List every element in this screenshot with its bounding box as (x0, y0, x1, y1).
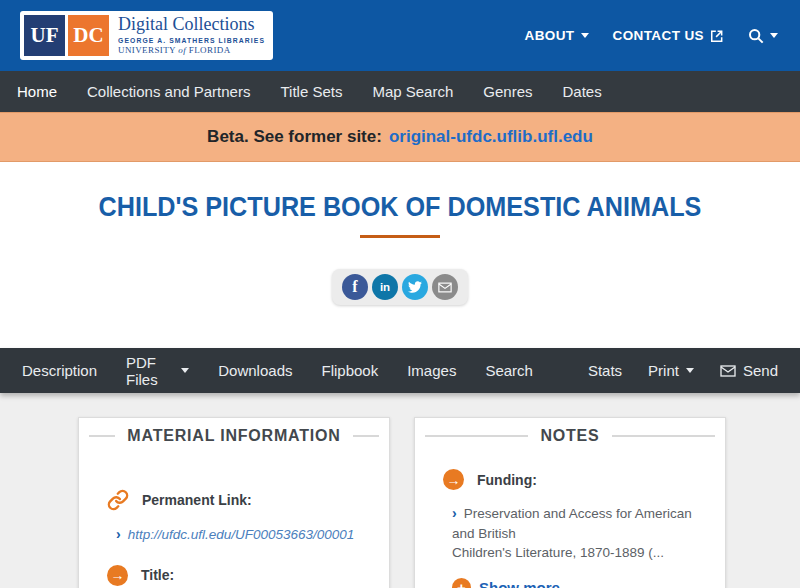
permanent-link-field: Permanent Link: (107, 489, 371, 511)
print-label: Print (648, 362, 679, 379)
email-share-button[interactable] (432, 274, 458, 300)
about-label: ABOUT (525, 28, 575, 43)
twitter-icon (408, 280, 422, 294)
material-information-header: MATERIAL INFORMATION (79, 418, 389, 445)
dc-logo-tile: DC (68, 15, 109, 56)
funding-value-row: Preservation and Access for American and… (452, 503, 707, 543)
uf-logo-tile: UF (24, 15, 65, 56)
send-label: Send (743, 362, 778, 379)
title-section: CHILD'S PICTURE BOOK OF DOMESTIC ANIMALS… (0, 162, 800, 348)
toolbar-pdf-files[interactable]: PDF Files (126, 354, 189, 388)
chevron-down-icon (181, 368, 189, 373)
share-pill: f in (332, 269, 468, 305)
search-menu[interactable] (748, 28, 778, 44)
material-information-card: MATERIAL INFORMATION Permanent Link: htt… (78, 417, 390, 588)
former-site-link[interactable]: original-ufdc.uflib.ufl.edu (389, 127, 593, 147)
toolbar-right-group: Stats Print Send (562, 362, 778, 379)
permanent-link-value-row: http://ufdc.ufl.edu/UF00053663/00001 (116, 524, 371, 545)
site-header: UF DC Digital Collections GEORGE A. SMAT… (0, 0, 800, 71)
chevron-down-icon (581, 33, 589, 38)
arrow-circle-icon (107, 565, 128, 586)
notes-header: NOTES (415, 418, 725, 445)
pdf-files-label: PDF Files (126, 354, 174, 388)
permanent-link-url[interactable]: http://ufdc.ufl.edu/UF00053663/00001 (128, 527, 355, 542)
funding-value: Preservation and Access for American and… (452, 506, 692, 541)
funding-value-line2: Children's Literature, 1870-1889 (... (452, 543, 707, 563)
field-label: Title: (141, 567, 174, 583)
title-divider (360, 235, 440, 238)
logo-text: Digital Collections GEORGE A. SMATHERS L… (118, 15, 265, 55)
facebook-icon: f (352, 278, 357, 296)
external-link-icon (710, 29, 724, 43)
envelope-icon (720, 365, 736, 377)
nav-item-map-search[interactable]: Map Search (357, 83, 468, 100)
toolbar-images[interactable]: Images (407, 362, 456, 379)
nav-item-dates[interactable]: Dates (547, 83, 616, 100)
facebook-share-button[interactable]: f (342, 274, 368, 300)
nav-item-title-sets[interactable]: Title Sets (265, 83, 357, 100)
nav-item-genres[interactable]: Genres (468, 83, 547, 100)
field-label: Funding: (477, 472, 537, 488)
logo-title: Digital Collections (118, 15, 265, 35)
contact-us-link[interactable]: CONTACT US (613, 28, 725, 43)
material-information-body: Permanent Link: http://ufdc.ufl.edu/UF00… (79, 445, 389, 588)
email-icon (438, 282, 452, 293)
chevron-right-icon (452, 505, 457, 521)
toolbar-search[interactable]: Search (485, 362, 533, 379)
notes-card: NOTES Funding: Preservation and Access f… (414, 417, 726, 588)
logo-institution: UNIVERSITY of FLORIDA (118, 46, 265, 56)
content-area: MATERIAL INFORMATION Permanent Link: htt… (0, 393, 800, 588)
main-nav: Home Collections and Partners Title Sets… (0, 71, 800, 112)
toolbar-send[interactable]: Send (720, 362, 778, 379)
chevron-down-icon (686, 368, 694, 373)
field-label: Permanent Link: (142, 492, 252, 508)
show-more-label: Show more (479, 579, 560, 588)
toolbar-stats[interactable]: Stats (588, 362, 622, 379)
share-bar: f in (0, 269, 800, 305)
nav-item-collections-and-partners[interactable]: Collections and Partners (72, 83, 265, 100)
title-field: Title: (107, 565, 371, 586)
card-title: MATERIAL INFORMATION (127, 427, 340, 445)
ufdc-logo[interactable]: UF DC Digital Collections GEORGE A. SMAT… (20, 11, 273, 60)
show-more-button[interactable]: Show more (452, 578, 707, 588)
funding-field: Funding: (443, 469, 707, 490)
linkedin-icon: in (380, 281, 390, 293)
beta-banner-text: Beta. See former site: (207, 127, 382, 147)
chevron-down-icon (770, 33, 778, 38)
toolbar-flipbook[interactable]: Flipbook (321, 362, 378, 379)
chevron-right-icon (116, 526, 121, 542)
toolbar-left-group: Description PDF Files Downloads Flipbook… (22, 354, 562, 388)
nav-item-home[interactable]: Home (2, 83, 72, 100)
arrow-circle-icon (443, 469, 464, 490)
twitter-share-button[interactable] (402, 274, 428, 300)
header-menu: ABOUT CONTACT US (525, 28, 779, 44)
toolbar-print[interactable]: Print (648, 362, 694, 379)
linkedin-share-button[interactable]: in (372, 274, 398, 300)
beta-banner: Beta. See former site: original-ufdc.ufl… (0, 112, 800, 162)
plus-circle-icon (452, 578, 471, 588)
about-menu[interactable]: ABOUT (525, 28, 589, 43)
link-icon (107, 489, 129, 511)
logo-subtitle: GEORGE A. SMATHERS LIBRARIES (118, 37, 265, 44)
toolbar-downloads[interactable]: Downloads (218, 362, 292, 379)
card-title: NOTES (540, 427, 599, 445)
contact-us-label: CONTACT US (613, 28, 705, 43)
notes-body: Funding: Preservation and Access for Ame… (415, 445, 725, 588)
search-icon (748, 28, 764, 44)
item-toolbar: Description PDF Files Downloads Flipbook… (0, 348, 800, 393)
toolbar-description[interactable]: Description (22, 362, 97, 379)
page-title: CHILD'S PICTURE BOOK OF DOMESTIC ANIMALS (0, 191, 800, 223)
